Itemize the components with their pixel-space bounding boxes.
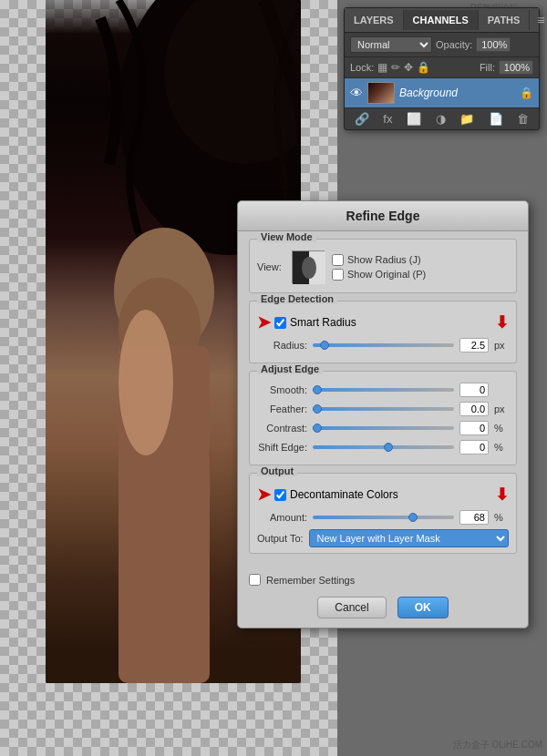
shift-edge-value[interactable] xyxy=(459,440,489,455)
delete-layer-btn[interactable]: 🗑 xyxy=(517,112,529,126)
shift-edge-label: Shift Edge: xyxy=(257,442,307,453)
shift-edge-thumb xyxy=(384,443,393,452)
radius-row: Radius: px xyxy=(257,338,509,352)
show-original-checkbox[interactable] xyxy=(332,269,344,281)
new-layer-btn[interactable]: 📄 xyxy=(489,112,503,126)
decontaminate-checkbox[interactable] xyxy=(274,489,286,501)
feather-value[interactable] xyxy=(459,402,489,416)
svg-point-9 xyxy=(302,257,316,279)
radius-thumb xyxy=(320,341,329,350)
view-mode-content: View: Show Radius (J) xyxy=(250,240,516,292)
link-layers-btn[interactable]: 🔗 xyxy=(355,112,369,126)
show-radius-checkbox[interactable] xyxy=(332,254,344,266)
remember-settings-row: Remember Settings xyxy=(238,568,528,591)
blend-opacity-row: Normal Opacity: xyxy=(345,33,539,57)
feather-unit: px xyxy=(494,404,509,414)
contrast-unit: % xyxy=(494,423,509,434)
watermark-bottom: 活力盒子 OLiHE.COM xyxy=(453,739,542,751)
radius-unit: px xyxy=(494,340,509,351)
remember-settings-checkbox[interactable] xyxy=(249,574,261,586)
smooth-value[interactable] xyxy=(459,383,489,397)
decontaminate-label: Decontaminate Colors xyxy=(290,488,398,501)
add-mask-btn[interactable]: ⬜ xyxy=(407,112,421,126)
amount-row: Amount: % xyxy=(257,510,509,525)
output-to-select[interactable]: New Layer with Layer Mask xyxy=(309,529,509,547)
folder-btn[interactable]: 📁 xyxy=(459,112,474,126)
amount-slider[interactable] xyxy=(313,516,454,519)
remember-settings-label: Remember Settings xyxy=(266,575,355,586)
shift-edge-slider[interactable] xyxy=(313,445,454,449)
smooth-thumb xyxy=(313,385,322,394)
contrast-row: Contrast: % xyxy=(257,421,509,435)
smart-radius-left-arrow: ➤ xyxy=(257,312,271,332)
tab-paths[interactable]: PATHS xyxy=(479,10,531,30)
tab-layers[interactable]: LAYERS xyxy=(345,10,404,30)
view-mode-row: View: Show Radius (J) xyxy=(257,250,509,283)
output-label: Output xyxy=(257,465,297,476)
dialog-buttons: Cancel OK xyxy=(238,591,528,628)
feather-label: Feather: xyxy=(257,404,307,414)
output-section: Output ➤ Decontaminate Colors ⬇ Amount: … xyxy=(249,473,517,554)
edge-detection-content: ➤ Smart Radius ⬇ Radius: px xyxy=(250,301,516,363)
adjust-edge-section: Adjust Edge Smooth: Feather: px xyxy=(249,371,517,465)
contrast-value[interactable] xyxy=(459,421,489,435)
radius-value[interactable] xyxy=(459,338,489,352)
layer-visibility-icon[interactable]: 👁 xyxy=(350,86,363,100)
amount-label: Amount: xyxy=(257,512,307,523)
view-thumbnail[interactable] xyxy=(292,250,325,283)
opacity-label: Opacity: xyxy=(436,39,472,50)
smart-radius-checkbox[interactable] xyxy=(274,317,286,329)
amount-unit: % xyxy=(494,512,509,523)
smart-radius-right-arrow: ⬇ xyxy=(495,312,509,332)
smart-radius-label: Smart Radius xyxy=(290,316,356,329)
view-mode-label: View Mode xyxy=(257,231,316,242)
edge-detection-section: Edge Detection ➤ Smart Radius ⬇ Radius: xyxy=(249,301,517,363)
layer-name: Background xyxy=(399,87,515,99)
shift-edge-row: Shift Edge: % xyxy=(257,440,509,455)
tab-channels[interactable]: CHANNELS xyxy=(404,10,479,30)
layers-bottom-bar: 🔗 fx ⬜ ◑ 📁 📄 🗑 xyxy=(345,108,539,129)
smooth-label: Smooth: xyxy=(257,384,307,395)
layer-background-row[interactable]: 👁 Background 🔒 xyxy=(345,78,539,108)
lock-all-btn[interactable]: 🔒 xyxy=(417,61,430,74)
contrast-slider[interactable] xyxy=(313,426,454,430)
feather-row: Feather: px xyxy=(257,402,509,416)
show-radius-row: Show Radius (J) xyxy=(332,254,426,266)
fx-btn[interactable]: fx xyxy=(383,112,392,126)
view-checkboxes: Show Radius (J) Show Original (P) xyxy=(332,254,426,281)
fill-label: Fill: xyxy=(480,62,495,73)
show-original-label: Show Original (P) xyxy=(347,269,426,280)
shift-edge-unit: % xyxy=(494,442,509,453)
feather-slider[interactable] xyxy=(313,407,454,411)
ok-button[interactable]: OK xyxy=(397,597,449,618)
adjust-edge-content: Smooth: Feather: px Contrast: xyxy=(250,372,516,465)
lock-icons: ▦ ✏ ✥ 🔒 xyxy=(377,61,430,74)
show-original-row: Show Original (P) xyxy=(332,269,426,281)
edge-detection-with-arrow: Edge Detection ➤ Smart Radius ⬇ Radius: xyxy=(249,301,517,371)
contrast-label: Contrast: xyxy=(257,423,307,434)
cancel-button[interactable]: Cancel xyxy=(317,597,386,618)
lock-transparent-btn[interactable]: ▦ xyxy=(377,61,387,74)
lock-paint-btn[interactable]: ✏ xyxy=(391,61,400,74)
amount-thumb xyxy=(408,513,418,522)
layers-panel: LAYERS CHANNELS PATHS ≡ Normal Opacity: … xyxy=(344,7,540,130)
decontaminate-row: ➤ Decontaminate Colors ⬇ xyxy=(257,485,509,505)
dialog-body: View Mode View: Show Radius xyxy=(238,231,528,568)
output-to-row: Output To: New Layer with Layer Mask xyxy=(257,529,509,547)
fill-input[interactable] xyxy=(499,60,533,75)
blend-mode-select[interactable]: Normal xyxy=(350,36,432,53)
adjustment-btn[interactable]: ◑ xyxy=(436,112,446,126)
amount-value[interactable] xyxy=(459,510,489,525)
layers-menu-btn[interactable]: ≡ xyxy=(530,8,547,32)
smooth-slider[interactable] xyxy=(313,388,454,392)
output-content: ➤ Decontaminate Colors ⬇ Amount: % Outpu… xyxy=(250,474,516,553)
contrast-thumb xyxy=(313,424,322,433)
opacity-input[interactable] xyxy=(476,37,511,52)
layers-tabs: LAYERS CHANNELS PATHS ≡ xyxy=(345,8,539,33)
adjust-edge-label: Adjust Edge xyxy=(257,363,323,374)
show-radius-label: Show Radius (J) xyxy=(347,254,421,265)
layer-thumbnail xyxy=(367,82,395,104)
lock-move-btn[interactable]: ✥ xyxy=(404,61,413,74)
edge-detection-label: Edge Detection xyxy=(257,293,337,304)
radius-slider[interactable] xyxy=(313,343,454,347)
